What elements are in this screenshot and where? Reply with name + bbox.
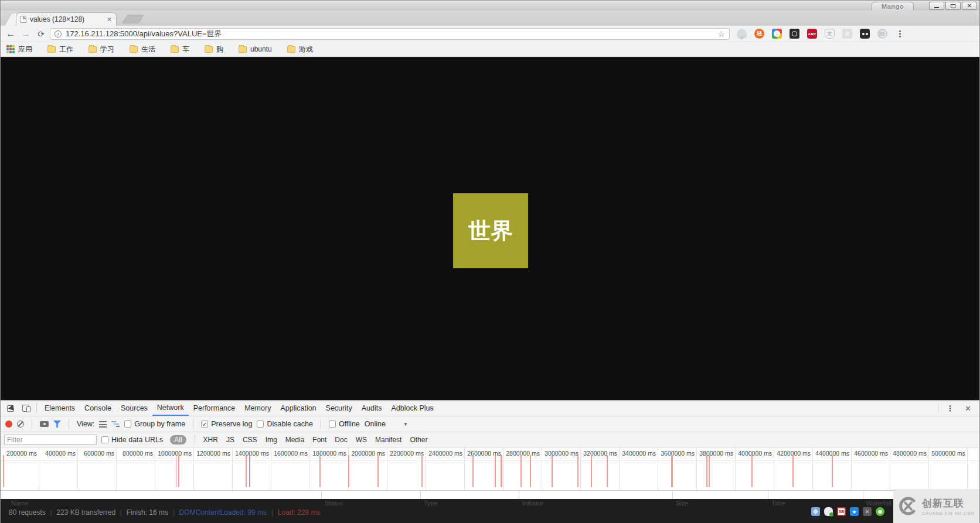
throttling-select[interactable]: Online [365,420,386,428]
devtools-close-icon[interactable]: ✕ [959,404,977,413]
sb-tray-icon[interactable]: SB [837,507,846,516]
tab-adblock-plus[interactable]: Adblock Plus [386,401,438,416]
tab-title: values (128×128) [30,15,103,23]
column-separator[interactable] [768,491,768,499]
close-button[interactable]: ✕ [962,2,977,10]
bookmark-item-车[interactable]: 车 [171,45,189,54]
column-separator[interactable] [672,491,673,499]
disable-cache-checkbox[interactable]: Disable cache [257,420,313,428]
waterfall-mark [607,455,608,487]
filter-funnel-icon[interactable] [53,421,61,428]
filter-pill-media[interactable]: Media [285,436,305,444]
tab-performance[interactable]: Performance [189,401,240,416]
url-text[interactable]: 172.16.211.128:5000/api/values?VALUE=世界 [66,29,713,39]
tab-close-icon[interactable]: ✕ [107,16,112,23]
tab-network[interactable]: Network [152,401,189,416]
chrome-download-icon[interactable] [772,29,782,39]
filter-input[interactable] [4,435,97,445]
cube-tray-icon[interactable] [811,507,820,516]
tab-security[interactable]: Security [321,401,357,416]
large-rows-icon[interactable] [99,421,107,428]
hide-data-urls-checkbox[interactable]: Hide data URLs [101,436,163,444]
bookmark-item-应用[interactable]: 应用 [6,45,32,54]
lightbulb-icon[interactable] [790,29,799,39]
maximize-button[interactable] [945,2,961,10]
bookmark-item-生活[interactable]: 生活 [130,45,155,54]
mouse-tray-icon[interactable] [824,507,833,516]
filter-pill-all[interactable]: All [170,435,186,445]
device-toolbar-button[interactable] [18,401,33,416]
column-header-name[interactable]: Name [11,500,28,507]
column-header-waterfall[interactable]: Waterfall [866,500,891,507]
bookmark-item-ubuntu[interactable]: ubuntu [239,45,272,53]
column-header-type[interactable]: Type [424,500,438,507]
waterfall-mark [751,455,753,487]
column-separator[interactable] [420,491,421,499]
bookmark-item-购[interactable]: 购 [205,45,223,54]
wechat-tray-icon[interactable] [876,507,884,516]
tab-application[interactable]: Application [275,401,321,416]
checkbox-icon[interactable] [257,421,264,428]
bookmark-item-学习[interactable]: 学习 [89,45,114,54]
column-header-initiator[interactable]: Initiator [522,500,543,507]
column-header-status[interactable]: Status [325,500,343,507]
column-header-time[interactable]: Time [771,500,785,507]
filter-pill-js[interactable]: JS [226,436,234,444]
filter-pill-font[interactable]: Font [312,436,326,444]
filter-pill-img[interactable]: Img [266,436,277,444]
browser-menu-icon[interactable]: ⋮ [896,29,904,39]
filter-pill-manifest[interactable]: Manifest [375,436,401,444]
profile-button[interactable]: Mango [872,2,914,11]
clear-icon[interactable] [17,421,24,428]
two-dots-icon[interactable] [860,29,870,39]
filter-pill-css[interactable]: CSS [243,436,257,444]
swirl-icon[interactable] [877,29,887,39]
checkbox-icon[interactable] [101,436,108,443]
filter-pill-ws[interactable]: WS [356,436,367,444]
checkbox-icon[interactable] [329,421,336,428]
browser-tab[interactable]: values (128×128) ✕ [16,12,117,26]
capture-screenshots-icon[interactable] [40,421,49,427]
checkbox-icon[interactable] [124,421,131,428]
star-bubble-tray-icon[interactable]: ★ [850,507,859,516]
checkbox-label: Hide data URLs [111,436,163,444]
filter-pill-xhr[interactable]: XHR [203,436,218,444]
tab-console[interactable]: Console [80,401,116,416]
tab-memory[interactable]: Memory [240,401,275,416]
tab-elements[interactable]: Elements [40,401,80,416]
bookmark-item-游戏[interactable]: 游戏 [287,45,313,54]
ghost-icon[interactable] [842,29,852,39]
bookmark-star-icon[interactable]: ☆ [717,29,725,39]
record-button[interactable] [5,421,12,428]
page-info-icon[interactable]: i [55,30,62,37]
address-bar[interactable]: i 172.16.211.128:5000/api/values?VALUE=世… [50,28,730,40]
inspect-element-button[interactable] [3,401,18,416]
filter-pill-doc[interactable]: Doc [335,436,347,444]
tab-sources[interactable]: Sources [116,401,152,416]
checkbox-icon[interactable]: ✓ [201,421,208,428]
parachute-icon[interactable] [737,29,747,39]
qing-icon[interactable]: 轻 [754,29,764,39]
bookmark-item-工作[interactable]: 工作 [47,45,73,54]
minimize-button[interactable] [929,2,944,10]
column-separator[interactable] [519,491,519,499]
reload-button[interactable]: ⟳ [35,29,47,39]
chevron-down-icon[interactable]: ▼ [403,422,408,427]
tab-audits[interactable]: Audits [357,401,387,416]
tools-tray-icon[interactable]: ✕ [863,507,872,516]
devtools-menu-icon[interactable]: ⋮ [941,404,959,413]
network-overview[interactable]: 200000 ms400000 ms600000 ms800000 ms1000… [1,447,979,491]
overview-icon[interactable] [111,421,120,428]
forward-button[interactable]: → [19,29,32,39]
column-header-size[interactable]: Size [676,500,688,507]
adblock-plus-icon[interactable]: ABP [807,29,817,39]
group-by-frame-checkbox[interactable]: Group by frame [124,420,185,428]
filter-pill-other[interactable]: Other [410,436,427,444]
offline-checkbox[interactable]: Offline [329,420,360,428]
back-button[interactable]: ← [4,29,17,39]
preserve-log-checkbox[interactable]: ✓ Preserve log [201,420,252,428]
new-tab-button[interactable] [122,15,144,23]
alipay-shield-icon[interactable]: 支 [825,29,835,39]
column-separator[interactable] [863,491,863,499]
column-separator[interactable] [321,491,322,499]
